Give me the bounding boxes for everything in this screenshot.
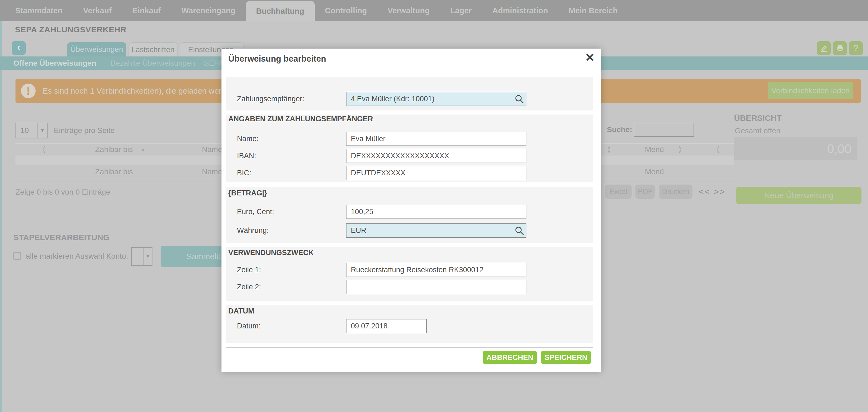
application-window: Stammdaten Verkauf Einkauf Wareneingang … (0, 0, 868, 412)
search-label: Suche: (607, 126, 632, 134)
question-mark-icon: ? (853, 43, 859, 54)
sort-down-icon[interactable]: ∨ (141, 144, 145, 156)
sort-icon[interactable]: ∧∨ (717, 144, 720, 156)
footer-column-zahlbar-bis: Zahlbar bis (92, 165, 136, 179)
tab-lastschriften[interactable]: Lastschriften (128, 42, 178, 57)
main-navigation: Stammdaten Verkauf Einkauf Wareneingang … (0, 0, 868, 21)
page-title: SEPA ZAHLUNGSVERKEHR (15, 25, 126, 34)
cancel-button[interactable]: ABBRECHEN (483, 351, 537, 364)
print-button[interactable] (833, 41, 847, 55)
chevron-down-icon: ▼ (143, 248, 152, 265)
content-left-accent-bar (0, 21, 2, 412)
line1-input[interactable] (346, 263, 526, 277)
payee-details-heading: ANGABEN ZUM ZAHLUNGSEMPFÄNGER (228, 115, 373, 123)
currency-label: Währung: (237, 224, 269, 238)
exclamation-icon: ! (21, 83, 36, 98)
nav-verwaltung[interactable]: Verwaltung (377, 0, 440, 21)
date-input[interactable] (346, 319, 427, 333)
subtab-offene-ueberweisungen[interactable]: Offene Überweisungen (13, 57, 96, 70)
nav-buchhaltung-active[interactable]: Buchhaltung (246, 1, 314, 21)
column-menu[interactable]: Menü (645, 144, 664, 156)
select-all-checkbox[interactable] (13, 252, 21, 260)
tab-ueberweisungen[interactable]: Überweisungen (67, 42, 126, 57)
iban-label: IBAN: (237, 149, 256, 163)
purpose-heading: VERWENDUNGSZWECK (228, 249, 314, 257)
printer-icon (836, 44, 844, 53)
overview-total-label: Gesamt offen (735, 127, 780, 135)
name-label: Name: (237, 132, 259, 146)
subtab-sepa[interactable]: SEPA (204, 57, 224, 70)
nav-administration[interactable]: Administration (482, 0, 558, 21)
nav-mein-bereich[interactable]: Mein Bereich (558, 0, 628, 21)
nav-verkauf[interactable]: Verkauf (73, 0, 122, 21)
table-info-text: Zeige 0 bis 0 von 0 Einträge (16, 188, 110, 197)
page-size-value: 10 (16, 126, 37, 135)
save-button[interactable]: SPEICHERN (541, 351, 591, 364)
line2-label: Zeile 2: (237, 280, 261, 294)
amount-heading: {BETRAG|} (228, 189, 267, 197)
subtab-bezahlte-ueberweisungen[interactable]: Bezahlte Überweisungen (111, 57, 195, 70)
payee-label: Zahlungsempfänger: (237, 92, 304, 106)
load-liabilities-button[interactable]: Verbindlichkeiten laden (768, 82, 853, 99)
bic-label: BIC: (237, 166, 251, 180)
account-select[interactable]: ▼ (131, 247, 152, 266)
sort-icon[interactable]: ∧∨ (608, 144, 611, 156)
page-size-select[interactable]: 10 ▼ (16, 123, 48, 138)
bic-input[interactable] (346, 166, 526, 180)
select-all-label: alle markieren Auswahl Konto: (26, 252, 128, 261)
print-table-button[interactable]: Drucken (659, 184, 692, 199)
line2-input[interactable] (346, 280, 526, 294)
help-button[interactable]: ? (849, 41, 863, 55)
edit-button[interactable] (817, 41, 831, 55)
search-input[interactable] (634, 123, 694, 137)
edit-transfer-dialog: Überweisung bearbeiten ✕ Zahlungsempfäng… (221, 48, 601, 372)
page-size-label: Einträge pro Seite (54, 126, 115, 135)
export-pdf-button[interactable]: PDF (636, 184, 655, 199)
name-input[interactable] (346, 132, 526, 146)
sort-icon[interactable]: ∧∨ (43, 144, 46, 156)
footer-column-name: Name/ (202, 165, 224, 179)
overview-title: ÜBERSICHT (734, 113, 782, 123)
iban-input[interactable] (346, 149, 526, 163)
batch-section-title: STAPELVERARBEITUNG (13, 233, 110, 242)
payee-lookup-input[interactable] (346, 92, 526, 106)
date-label: Datum: (237, 319, 260, 333)
column-zahlbar-bis[interactable]: Zahlbar bis (92, 144, 136, 156)
currency-lookup-input[interactable] (346, 224, 526, 238)
dialog-footer-divider (226, 347, 593, 348)
pencil-icon (819, 44, 828, 53)
amount-input[interactable] (346, 205, 526, 219)
sort-icon[interactable]: ∧∨ (678, 144, 681, 156)
close-icon[interactable]: ✕ (585, 51, 595, 64)
nav-wareneingang[interactable]: Wareneingang (171, 0, 246, 21)
nav-einkauf[interactable]: Einkauf (122, 0, 171, 21)
amount-label: Euro, Cent: (237, 205, 274, 219)
date-heading: DATUM (228, 307, 254, 315)
new-transfer-button[interactable]: Neue Überweisung (736, 187, 862, 204)
nav-lager[interactable]: Lager (440, 0, 482, 21)
line1-label: Zeile 1: (237, 263, 261, 277)
back-button[interactable]: ‹ (12, 41, 26, 55)
footer-column-menu: Menü (645, 165, 664, 179)
export-excel-button[interactable]: Excel (605, 184, 631, 199)
column-name[interactable]: Name/ (202, 144, 224, 156)
dialog-title: Überweisung bearbeiten (228, 54, 326, 64)
overview-total-value: 0,00 (734, 137, 858, 160)
pagination-control[interactable]: << >> (699, 187, 725, 197)
nav-controlling[interactable]: Controlling (315, 0, 377, 21)
chevron-down-icon: ▼ (37, 123, 47, 138)
nav-stammdaten[interactable]: Stammdaten (5, 0, 73, 21)
